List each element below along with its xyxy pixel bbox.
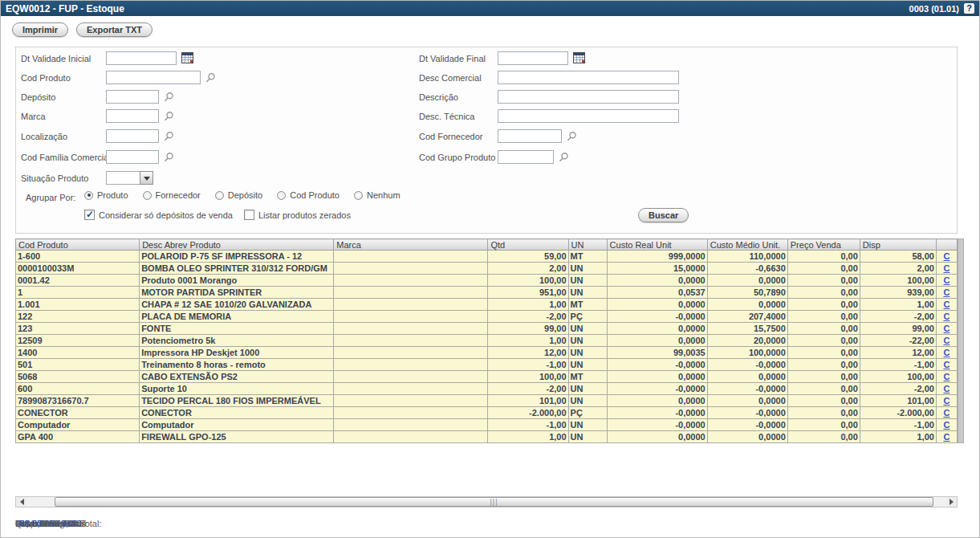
- chevron-down-icon[interactable]: [140, 171, 153, 185]
- table-row[interactable]: 0001.42Produto 0001 Morango100,00UN0,000…: [16, 275, 958, 287]
- help-icon[interactable]: ?: [964, 3, 974, 14]
- table-row[interactable]: CONECTORCONECTOR-2.000,00PÇ-0,0000-0,000…: [16, 407, 958, 419]
- cell: 100,00: [860, 275, 936, 287]
- row-consult-link[interactable]: C: [943, 287, 950, 297]
- row-consult-link[interactable]: C: [943, 263, 950, 273]
- cell: 1-600: [16, 251, 140, 263]
- scroll-right-arrow[interactable]: [946, 497, 957, 507]
- row-consult-link[interactable]: C: [943, 275, 950, 285]
- listar-zerados-checkbox[interactable]: [244, 210, 254, 220]
- scroll-left-arrow[interactable]: [16, 497, 26, 507]
- cod-grupo-produto-input[interactable]: [498, 150, 554, 164]
- localizacao-label: Localização: [21, 129, 67, 144]
- cell: 100,00: [860, 371, 936, 383]
- table-row[interactable]: 7899087316670.7TECIDO PERCAL 180 FIOS IM…: [16, 395, 958, 407]
- row-consult-link[interactable]: C: [943, 360, 950, 369]
- column-header[interactable]: Marca: [334, 239, 488, 251]
- cell: 1: [16, 287, 140, 299]
- row-consult-link[interactable]: C: [943, 396, 950, 406]
- radio-label: Nenhum: [367, 190, 401, 200]
- cod-fornecedor-input[interactable]: [498, 129, 562, 143]
- descricao-label: Descrição: [419, 90, 458, 104]
- search-icon[interactable]: [559, 151, 571, 163]
- cell: CONECTOR: [16, 407, 140, 419]
- considerar-depositos-checkbox[interactable]: [84, 210, 95, 220]
- desc-comercial-input[interactable]: [498, 71, 679, 84]
- cell: 0,00: [787, 335, 860, 347]
- table-row[interactable]: 1.001CHAPA # 12 SAE 1010/20 GALVANIZADA1…: [16, 299, 958, 311]
- cell: 15,7500: [707, 323, 787, 335]
- row-consult-link[interactable]: C: [943, 384, 950, 393]
- table-row[interactable]: 600Suporte 10-2,00UN-0,0000-0,00000,00-2…: [16, 383, 958, 395]
- calendar-icon[interactable]: [573, 52, 585, 64]
- column-header[interactable]: Disp: [860, 239, 936, 251]
- deposito-input[interactable]: [106, 90, 159, 104]
- row-consult-link[interactable]: C: [943, 324, 950, 333]
- print-button[interactable]: Imprimir: [12, 22, 68, 37]
- column-header[interactable]: Desc Abrev Produto: [140, 239, 334, 251]
- cod-produto-input[interactable]: [106, 71, 201, 84]
- row-consult-link[interactable]: C: [943, 300, 950, 309]
- table-row[interactable]: GPA 400FIREWALL GPO-1251,00UN0,00000,000…: [16, 431, 958, 443]
- group-by-radio-fornecedor[interactable]: [143, 191, 152, 200]
- cell: 0,00: [787, 275, 860, 287]
- dt-validade-inicial-input[interactable]: [106, 51, 177, 65]
- table-row[interactable]: 12509Potenciometro 5k1,00UN0,000020,0000…: [16, 335, 958, 347]
- cell: [334, 287, 488, 299]
- export-txt-button[interactable]: Exportar TXT: [76, 22, 152, 37]
- column-header[interactable]: [936, 239, 957, 251]
- vertical-scrollbar-track[interactable]: [958, 238, 964, 443]
- column-header[interactable]: Custo Real Unit: [607, 239, 707, 251]
- column-header[interactable]: Cod Produto: [16, 239, 140, 251]
- row-consult-link[interactable]: C: [943, 348, 950, 357]
- group-by-radio-cod-produto[interactable]: [277, 191, 286, 200]
- cell: 0,0000: [707, 431, 787, 443]
- cell: 0,00: [787, 263, 860, 275]
- desc-tecnica-input[interactable]: [498, 109, 679, 123]
- dt-validade-final-input[interactable]: [498, 51, 568, 65]
- group-by-radio-depósito[interactable]: [215, 191, 224, 200]
- descricao-input[interactable]: [498, 90, 679, 104]
- row-consult-link[interactable]: C: [943, 432, 950, 442]
- table-row[interactable]: 1MOTOR PARTIDA SPRINTER951,00UN0,053750,…: [16, 287, 958, 299]
- totals-bar: Total de Registros: 16 Quantidade Total:…: [15, 519, 958, 530]
- situacao-produto-select[interactable]: [106, 171, 153, 185]
- table-row[interactable]: 5068CABO EXTENSÃO PS2100,00MT0,00000,000…: [16, 371, 958, 383]
- calendar-icon[interactable]: [181, 52, 193, 64]
- column-header[interactable]: Custo Médio Unit.: [707, 239, 787, 251]
- table-row[interactable]: 1400Impressora HP Deskjet 100012,00UN99,…: [16, 347, 958, 359]
- buscar-button[interactable]: Buscar: [638, 208, 689, 222]
- column-header[interactable]: UN: [568, 239, 607, 251]
- row-consult-link[interactable]: C: [943, 336, 950, 345]
- search-icon[interactable]: [164, 91, 176, 103]
- group-by-radio-nenhum[interactable]: [354, 191, 363, 200]
- localizacao-input[interactable]: [106, 129, 159, 143]
- cell: UN: [568, 287, 607, 299]
- row-consult-link[interactable]: C: [943, 251, 950, 261]
- cell: -2,00: [488, 383, 568, 395]
- table-row[interactable]: 0000100033MBOMBA OLEO SPRINTER 310/312 F…: [16, 263, 958, 275]
- search-icon[interactable]: [164, 130, 176, 142]
- search-icon[interactable]: [567, 130, 579, 142]
- horizontal-scrollbar[interactable]: |||: [15, 496, 958, 507]
- marca-input[interactable]: [106, 109, 159, 123]
- cod-familia-comercial-input[interactable]: [106, 150, 159, 164]
- column-header[interactable]: Qtd: [488, 239, 568, 251]
- search-icon[interactable]: [205, 71, 218, 84]
- row-consult-link[interactable]: C: [943, 420, 950, 430]
- scrollbar-thumb[interactable]: |||: [55, 497, 933, 507]
- row-consult-link[interactable]: C: [943, 408, 950, 418]
- column-header[interactable]: Preço Venda: [787, 239, 860, 251]
- row-consult-link[interactable]: C: [943, 312, 950, 321]
- row-consult-link[interactable]: C: [943, 372, 950, 381]
- table-row[interactable]: ComputadorComputador-1,00UN-0,0000-0,000…: [16, 419, 958, 431]
- search-icon[interactable]: [164, 151, 176, 163]
- cell: 1,00: [488, 299, 568, 311]
- table-row[interactable]: 123FONTE99,00UN0,000015,75000,0099,00C: [16, 323, 958, 335]
- table-row[interactable]: 501Treinamento 8 horas - remoto-1,00UN-0…: [16, 359, 958, 371]
- table-row[interactable]: 122PLACA DE MEMORIA-2,00PÇ-0,0000207,400…: [16, 311, 958, 323]
- cell: -2.000,00: [860, 407, 936, 419]
- search-icon[interactable]: [164, 110, 176, 122]
- group-by-radio-produto[interactable]: [84, 191, 93, 200]
- table-row[interactable]: 1-600POLAROID P-75 SF IMPRESSORA - 1259,…: [16, 251, 958, 263]
